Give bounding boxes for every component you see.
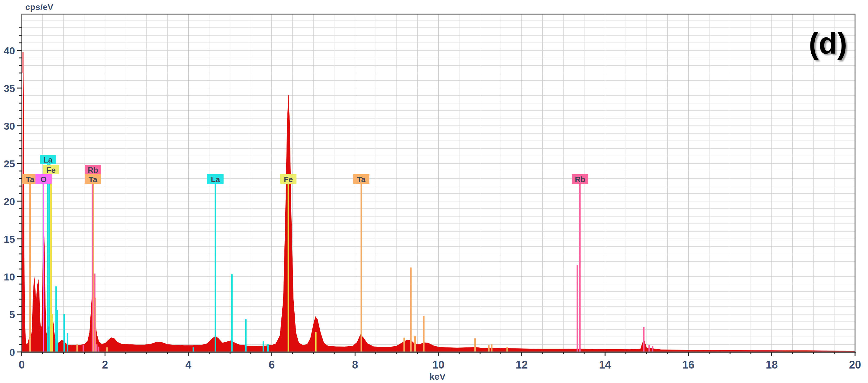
element-label-text-o-0.525: O bbox=[40, 175, 46, 184]
element-label-text-ta-1.71: Ta bbox=[89, 175, 97, 184]
element-label-text-la-4.65: La bbox=[211, 175, 220, 184]
eds-spectrum-chart: 051015202530354002468101214161820TaOLaFe… bbox=[0, 0, 868, 383]
x-tick-label-12: 12 bbox=[516, 359, 528, 371]
x-tick-label-10: 10 bbox=[432, 359, 444, 371]
y-tick-label-0: 0 bbox=[9, 347, 15, 358]
y-tick-label-20: 20 bbox=[4, 196, 15, 207]
element-label-text-fe-6.4: Fe bbox=[284, 175, 293, 184]
x-tick-label-14: 14 bbox=[599, 359, 611, 371]
y-tick-label-5: 5 bbox=[9, 309, 15, 320]
y-tick-label-30: 30 bbox=[4, 120, 15, 132]
x-axis-title: keV bbox=[420, 372, 456, 382]
element-label-text-ta-0.2: Ta bbox=[26, 175, 34, 184]
x-tick-label-4: 4 bbox=[185, 359, 191, 371]
y-tick-label-25: 25 bbox=[4, 158, 15, 170]
y-axis-unit-label: cps/eV bbox=[25, 2, 53, 12]
x-tick-label-8: 8 bbox=[352, 359, 358, 371]
y-tick-label-40: 40 bbox=[4, 45, 15, 56]
x-tick-label-0: 0 bbox=[19, 359, 25, 371]
x-tick-label-2: 2 bbox=[102, 359, 108, 371]
element-label-text-rb-13.4: Rb bbox=[575, 175, 585, 184]
eds-spectrum-svg: 051015202530354002468101214161820TaOLaFe… bbox=[0, 0, 868, 383]
x-tick-label-18: 18 bbox=[766, 359, 778, 371]
element-label-text-rb-1.71: Rb bbox=[88, 166, 98, 175]
x-tick-label-20: 20 bbox=[849, 359, 861, 371]
y-tick-label-35: 35 bbox=[4, 83, 15, 94]
panel-letter-label: (d) bbox=[798, 26, 858, 61]
y-tick-label-15: 15 bbox=[4, 233, 15, 245]
element-label-text-ta-8.15: Ta bbox=[357, 175, 366, 184]
element-label-text-la-0.63: La bbox=[43, 155, 53, 164]
x-tick-label-16: 16 bbox=[682, 359, 694, 371]
y-tick-label-10: 10 bbox=[4, 271, 15, 283]
element-label-text-fe-0.705: Fe bbox=[46, 166, 56, 175]
x-tick-label-6: 6 bbox=[269, 359, 275, 371]
